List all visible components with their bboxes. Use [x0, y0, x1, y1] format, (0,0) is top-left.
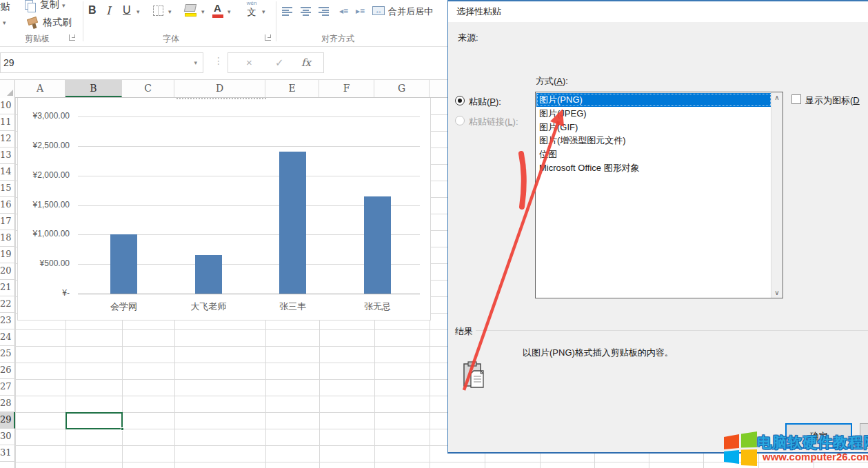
borders-dropdown-icon[interactable]: ▾ — [168, 8, 172, 15]
row-header-14[interactable]: 14 — [0, 164, 15, 181]
row-header-10[interactable]: 10 — [0, 98, 15, 114]
row-header-29[interactable]: 29 — [0, 412, 15, 429]
phonetic-dropdown-icon[interactable]: ▾ — [262, 8, 265, 15]
bar-chart-object[interactable]: ¥3,000.00¥2,500.00¥2,000.00¥1,500.00¥1,0… — [17, 98, 431, 321]
display-as-icon-option[interactable]: 显示为图标(D — [791, 94, 868, 108]
merge-center-button[interactable]: 合并后居中 — [388, 6, 447, 18]
selected-cell-B29[interactable] — [65, 412, 123, 429]
paste-dropdown-icon[interactable]: ▾ — [3, 19, 6, 26]
name-box[interactable]: 29▾ — [0, 52, 203, 73]
font-color-button[interactable]: A — [214, 2, 221, 14]
row-header-21[interactable]: 21 — [0, 280, 15, 296]
merge-center-icon[interactable]: ↔ — [372, 6, 385, 15]
paste-option-1[interactable]: 图片(JPEG) — [536, 107, 771, 121]
scroll-down-icon[interactable]: ∨ — [771, 289, 783, 296]
chart-y-tick-label: ¥500.00 — [20, 258, 70, 268]
row-header-16[interactable]: 16 — [0, 197, 15, 214]
ok-button[interactable]: 确定 — [785, 423, 852, 449]
formula-bar-grip: ⋮ — [214, 55, 223, 66]
paste-radio[interactable] — [455, 96, 465, 105]
column-header-A[interactable]: A — [15, 80, 65, 97]
clipboard-dialog-launcher-icon[interactable] — [69, 34, 75, 41]
column-header-B[interactable]: B — [65, 80, 122, 97]
result-description: 以图片(PNG)格式插入剪贴板的内容。 — [523, 347, 674, 359]
chart-gridline — [78, 176, 420, 176]
chart-y-tick-label: ¥3,000.00 — [20, 111, 70, 121]
decrease-indent-icon[interactable]: ◂≡ — [339, 6, 348, 16]
clipboard-group-label: 剪贴板 — [25, 33, 50, 45]
row-header-17[interactable]: 17 — [0, 214, 15, 230]
display-as-icon-checkbox[interactable] — [791, 94, 801, 104]
align-left-icon[interactable] — [282, 7, 292, 16]
listbox-scrollbar[interactable]: ∧ ∨ — [771, 92, 783, 298]
column-header-D[interactable]: D — [174, 80, 265, 97]
display-as-icon-label: 显示为图标(D — [805, 94, 860, 107]
paste-link-radio[interactable] — [455, 116, 465, 125]
paste-option-5[interactable]: Microsoft Office 图形对象 — [536, 161, 771, 175]
format-painter-button[interactable]: 格式刷 — [43, 17, 72, 29]
font-color-dropdown-icon[interactable]: ▾ — [228, 8, 231, 15]
row-header-24[interactable]: 24 — [0, 329, 15, 346]
cancel-entry-icon[interactable]: × — [246, 53, 252, 72]
column-header-E[interactable]: E — [265, 80, 319, 97]
row-header-26[interactable]: 26 — [0, 363, 15, 379]
underline-button[interactable]: U — [123, 4, 131, 17]
align-right-icon[interactable] — [319, 7, 329, 16]
underline-dropdown-icon[interactable]: ▾ — [137, 8, 140, 15]
scroll-up-icon[interactable]: ∧ — [771, 94, 783, 101]
chart-gridline — [78, 116, 420, 117]
column-header-C[interactable]: C — [122, 80, 174, 97]
clipboard-result-icon — [463, 361, 490, 390]
chart-y-tick-label: ¥1,000.00 — [20, 229, 70, 238]
paste-radio-label[interactable]: 粘贴(P): — [469, 96, 501, 108]
row-header-30[interactable]: 30 — [0, 429, 15, 445]
row-header-20[interactable]: 20 — [0, 263, 15, 280]
chart-bar-会学网 — [110, 234, 137, 294]
chart-bar-大飞老师 — [195, 255, 222, 294]
chart-y-tick-label: ¥1,500.00 — [20, 200, 70, 210]
bold-button[interactable]: B — [88, 4, 97, 17]
paste-button[interactable]: 粘贴 — [0, 1, 10, 13]
increase-indent-icon[interactable]: ▸≡ — [356, 6, 365, 16]
font-dialog-launcher-icon[interactable] — [265, 34, 271, 41]
row-header-19[interactable]: 19 — [0, 247, 15, 263]
paste-option-0[interactable]: 图片(PNG) — [536, 93, 771, 107]
column-header-F[interactable]: F — [319, 80, 374, 97]
row-header-23[interactable]: 23 — [0, 313, 15, 329]
row-header-12[interactable]: 12 — [0, 131, 15, 147]
cancel-button-clipped[interactable] — [860, 423, 868, 449]
result-group-label: 结果 — [453, 325, 475, 338]
row-header-11[interactable]: 11 — [0, 114, 15, 131]
borders-icon[interactable] — [153, 6, 163, 16]
confirm-entry-icon[interactable]: ✓ — [275, 53, 284, 72]
align-center-icon[interactable] — [301, 7, 311, 16]
namebox-dropdown-icon[interactable]: ▾ — [194, 53, 197, 72]
chart-y-tick-label: ¥2,500.00 — [20, 141, 70, 150]
row-header-28[interactable]: 28 — [0, 396, 15, 412]
paste-option-4[interactable]: 位图 — [536, 147, 771, 161]
fill-color-icon[interactable] — [184, 4, 196, 12]
row-header-22[interactable]: 22 — [0, 296, 15, 313]
row-header-31[interactable]: 31 — [0, 445, 15, 462]
insert-function-icon[interactable]: fx — [301, 53, 311, 72]
paste-as-listbox[interactable]: 图片(PNG)图片(JPEG)图片(GIF)图片(增强型图元文件)位图Micro… — [535, 92, 783, 298]
row-header-18[interactable]: 18 — [0, 230, 15, 247]
select-all-corner[interactable] — [0, 80, 15, 98]
fill-handle[interactable] — [121, 427, 124, 431]
row-header-13[interactable]: 13 — [0, 147, 15, 164]
row-header-27[interactable]: 27 — [0, 379, 15, 396]
row-header-15[interactable]: 15 — [0, 181, 15, 197]
row-header-25[interactable]: 25 — [0, 346, 15, 363]
chart-bar-张三丰 — [279, 152, 306, 294]
copy-button[interactable]: 复制 ▾ — [40, 0, 65, 11]
gridline-h — [15, 462, 868, 462]
column-header-G[interactable]: G — [374, 80, 430, 97]
chart-x-label: 张三丰 — [259, 301, 327, 313]
italic-button[interactable]: I — [106, 4, 110, 17]
fill-dropdown-icon[interactable]: ▾ — [201, 8, 205, 15]
paste-option-3[interactable]: 图片(增强型图元文件) — [536, 134, 771, 147]
chart-x-label: 大飞老师 — [174, 301, 243, 313]
phonetic-guide-button[interactable]: wén 文 — [245, 0, 258, 19]
paste-option-2[interactable]: 图片(GIF) — [536, 121, 771, 134]
chart-y-tick-label: ¥2,000.00 — [20, 170, 70, 180]
